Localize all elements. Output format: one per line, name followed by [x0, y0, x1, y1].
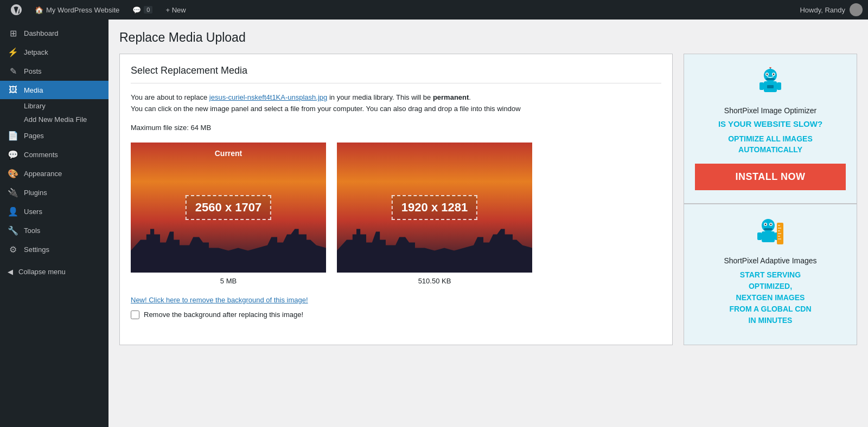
sidebar-item-pages[interactable]: 📄 Pages [0, 126, 108, 145]
users-icon: 👤 [8, 206, 18, 217]
sidebar-item-appearance[interactable]: 🎨 Appearance [0, 164, 108, 183]
dashboard-icon: ⊞ [8, 28, 18, 38]
comments-icon: 💬 [132, 6, 141, 14]
media-icon: 🖼 [8, 85, 18, 95]
robot-icon-1 [754, 67, 787, 100]
ad1-subheadline: OPTIMIZE ALL IMAGESAUTOMATICALLY [728, 134, 813, 155]
site-name: My WordPress Website [46, 6, 119, 14]
site-name-link[interactable]: 🏠 My WordPress Website [29, 0, 125, 20]
new-content-link[interactable]: + New [160, 0, 191, 20]
file-size-info: Maximum file size: 64 MB [131, 124, 661, 132]
wp-logo-link[interactable] [5, 0, 27, 20]
library-label: Library [24, 102, 46, 110]
svg-point-19 [770, 224, 772, 225]
sidebar-item-settings[interactable]: ⚙ Settings [0, 240, 108, 259]
image-comparison: Current 2560 x 1707 5 MB 1920 x 1281 510… [131, 143, 661, 285]
sidebar-submenu-library[interactable]: Library [0, 99, 108, 113]
sidebar-item-label: Plugins [24, 189, 47, 197]
bg-remove-link[interactable]: New! Click here to remove the background… [131, 296, 661, 304]
desc-part2: in your media library. This will be [327, 93, 433, 101]
ad-card-2: ShortPixel Adaptive Images START SERVING… [684, 204, 857, 345]
page-title: Replace Media Upload [119, 30, 857, 45]
collapse-menu-button[interactable]: ◀ Collapse menu [0, 263, 108, 280]
robot-icon-2 [754, 217, 787, 250]
svg-point-11 [769, 67, 771, 68]
tools-icon: 🔧 [8, 225, 18, 236]
new-dimensions: 1920 x 1281 [392, 195, 477, 220]
sidebar-item-label: Posts [24, 67, 42, 75]
install-now-button[interactable]: INSTALL NOW [695, 164, 846, 190]
svg-rect-14 [757, 232, 762, 240]
sidebar-item-label: Pages [24, 132, 44, 140]
new-content-label: + New [165, 6, 186, 14]
new-image-container[interactable]: 1920 x 1281 [337, 143, 532, 273]
sidebar-item-posts[interactable]: ✎ Posts [0, 62, 108, 81]
svg-rect-20 [764, 228, 773, 230]
desc-part1: You are about to replace [131, 93, 209, 101]
admin-bar-left: 🏠 My WordPress Website 💬 0 + New [5, 0, 192, 20]
svg-rect-13 [762, 231, 775, 242]
main-content: Replace Media Upload Select Replacement … [108, 20, 868, 427]
plugins-icon: 🔌 [8, 187, 18, 198]
posts-icon: ✎ [8, 66, 18, 76]
pages-icon: 📄 [8, 131, 18, 141]
add-new-label: Add New Media File [24, 115, 87, 124]
desc-line2: You can click on the new image panel and… [131, 105, 521, 113]
sidebar-submenu-add-new[interactable]: Add New Media File [0, 113, 108, 126]
sidebar-item-label: Comments [24, 151, 58, 159]
remove-bg-checkbox[interactable] [131, 310, 139, 319]
sidebar-item-comments[interactable]: 💬 Comments [0, 145, 108, 164]
sidebar-item-dashboard[interactable]: ⊞ Dashboard [0, 24, 108, 43]
wp-logo-icon [11, 4, 22, 15]
svg-rect-8 [766, 78, 775, 80]
sidebar-item-tools[interactable]: 🔧 Tools [0, 221, 108, 240]
current-image-panel: Current 2560 x 1707 5 MB [131, 143, 326, 285]
comments-icon: 💬 [8, 150, 18, 160]
collapse-label: Collapse menu [18, 268, 66, 276]
current-dimensions: 2560 x 1707 [186, 195, 271, 220]
new-image-panel[interactable]: 1920 x 1281 510.50 KB [337, 143, 532, 285]
home-icon: 🏠 [35, 6, 43, 14]
avatar [850, 3, 863, 16]
comments-link[interactable]: 💬 0 [127, 0, 158, 20]
max-file-value: 64 MB [191, 124, 212, 132]
sidebar-item-jetpack[interactable]: ⚡ Jetpack [0, 43, 108, 62]
sidebar-item-label: Users [24, 208, 42, 216]
max-file-label: Maximum file size: [131, 124, 191, 132]
svg-point-6 [767, 74, 768, 75]
desc-bold: permanent [433, 93, 469, 101]
ad2-headline: START SERVINGOPTIMIZED,NEXTGEN IMAGESFRO… [729, 269, 811, 326]
description-text: You are about to replace jesus-curiel-ns… [131, 92, 661, 115]
svg-rect-3 [777, 82, 781, 90]
sidebar-item-users[interactable]: 👤 Users [0, 202, 108, 221]
comments-count: 0 [144, 6, 152, 14]
new-file-size: 510.50 KB [418, 277, 451, 285]
checkbox-label: Remove the background after replacing th… [144, 310, 303, 319]
settings-icon: ⚙ [8, 244, 18, 255]
desc-part3: . [469, 93, 471, 101]
sidebar-item-media[interactable]: 🖼 Media [0, 81, 108, 99]
section-title: Select Replacement Media [131, 65, 661, 83]
sidebar: ⊞ Dashboard ⚡ Jetpack ✎ Posts 🖼 Media Li… [0, 20, 108, 427]
jetpack-icon: ⚡ [8, 47, 18, 57]
ad-card-1: ShortPixel Image Optimizer IS YOUR WEBSI… [684, 54, 857, 204]
sidebar-item-label: Tools [24, 227, 40, 235]
file-link[interactable]: jesus-curiel-nskeft4t1KA-unsplash.jpg [209, 93, 328, 101]
svg-point-18 [765, 224, 767, 225]
ad2-name: ShortPixel Adaptive Images [724, 256, 816, 265]
howdy-label: Howdy, Randy [800, 6, 845, 14]
appearance-icon: 🎨 [8, 169, 18, 179]
admin-bar: 🏠 My WordPress Website 💬 0 + New Howdy, … [0, 0, 868, 20]
sidebar-item-label: Settings [24, 245, 49, 254]
wp-main: ⊞ Dashboard ⚡ Jetpack ✎ Posts 🖼 Media Li… [0, 20, 868, 427]
ad1-name: ShortPixel Image Optimizer [724, 106, 816, 115]
current-file-size: 5 MB [220, 277, 237, 285]
current-image-container[interactable]: Current 2560 x 1707 [131, 143, 326, 273]
sidebar-item-label: Media [24, 86, 43, 94]
sidebar-item-label: Appearance [24, 170, 62, 178]
sidebar-item-plugins[interactable]: 🔌 Plugins [0, 183, 108, 202]
current-label: Current [215, 149, 242, 158]
checkbox-row: Remove the background after replacing th… [131, 310, 661, 319]
sidebar-item-label: Dashboard [24, 29, 59, 37]
svg-rect-9 [767, 85, 774, 88]
